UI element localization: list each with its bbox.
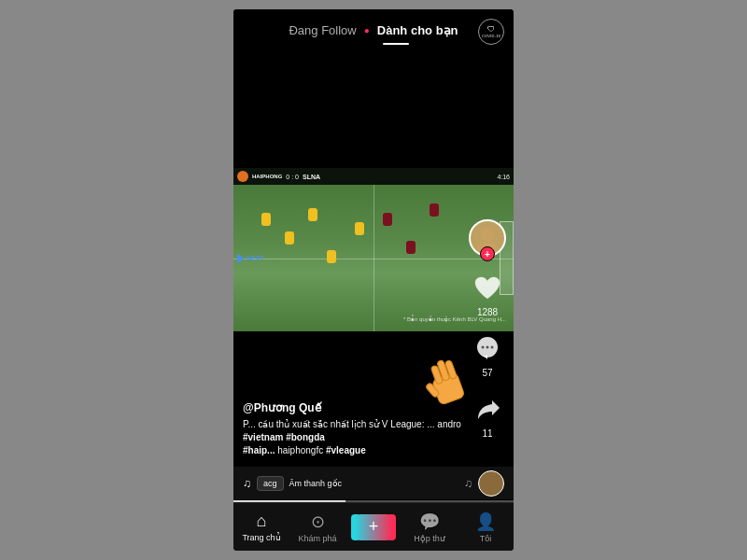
comment-button[interactable] [471, 332, 504, 366]
add-icon: + [369, 517, 379, 537]
music-at-icon: ♫ [464, 477, 472, 490]
comment-action[interactable]: 57 [471, 332, 504, 378]
music-title: Âm thanh gốc [289, 479, 458, 488]
nav-dot-icon: ● [364, 25, 370, 35]
nav-item-inbox[interactable]: 💬 Hộp thư [402, 511, 458, 543]
bottom-nav: ⌂ Trang chủ ⊙ Khám phá + 💬 Hộp thư 👤 Tôi [233, 502, 514, 551]
music-avatar[interactable] [478, 470, 504, 497]
nav-item-add[interactable]: + [345, 514, 402, 540]
music-bar[interactable]: ♫ acg Âm thanh gốc ♫ [233, 467, 514, 499]
player-4 [327, 250, 336, 263]
share-button[interactable] [471, 393, 504, 427]
explore-label: Khám phá [298, 534, 336, 543]
svg-point-5 [491, 346, 494, 349]
inbox-label: Hộp thư [414, 534, 445, 543]
svg-point-3 [482, 346, 485, 349]
match-time: 4:16 [497, 174, 510, 180]
like-button[interactable] [471, 272, 504, 305]
next-text: NEXT [247, 255, 264, 261]
music-note-icon: ♫ [243, 477, 251, 490]
profile-label: Tôi [480, 534, 492, 543]
hashtag-vleague[interactable]: #vleague [326, 445, 366, 455]
player-8 [430, 203, 439, 217]
phone-container: Đang Follow ● Dành cho bạn 🛡 COVID-19 HA… [233, 9, 514, 551]
shield-icon: 🛡 [487, 26, 495, 34]
field-center-circle [374, 185, 374, 331]
home-team-logo [237, 171, 248, 182]
hashtag-haip[interactable]: #haip... [243, 445, 275, 455]
explore-icon: ⊙ [311, 511, 325, 532]
home-team-name: HAIPHONG [252, 174, 282, 179]
right-actions: + 1288 57 [469, 219, 506, 439]
creator-avatar[interactable]: + [469, 219, 506, 257]
svg-point-0 [481, 228, 494, 241]
away-team-name: SLNA [303, 174, 320, 180]
share-count: 11 [482, 428, 492, 439]
music-box-text: acg [263, 479, 277, 488]
desc-text: P... cầu thủ xuất sắc nhất lịch sử V Lea… [243, 419, 461, 429]
nav-item-profile[interactable]: 👤 Tôi [458, 511, 514, 543]
nav-item-home[interactable]: ⌂ Trang chủ [233, 511, 289, 542]
player-3 [308, 208, 317, 221]
video-content: @Phương Quế P... cầu thủ xuất sắc nhất l… [243, 401, 462, 457]
next-arrow-icon [237, 254, 245, 263]
player-2 [285, 231, 294, 245]
like-action[interactable]: 1288 [471, 272, 504, 317]
covid-badge[interactable]: 🛡 COVID-19 [478, 19, 504, 45]
score-display: 0 : 0 [286, 174, 299, 180]
music-label-box: acg [257, 476, 284, 491]
home-label: Trang chủ [242, 533, 280, 542]
nav-for-you-tab[interactable]: Dành cho bạn [377, 23, 458, 37]
add-button[interactable]: + [355, 514, 392, 540]
hashtag-bongda[interactable]: #bongda [286, 432, 325, 442]
svg-point-4 [486, 346, 489, 349]
profile-icon: 👤 [475, 511, 496, 532]
player-7 [406, 241, 416, 254]
comment-count: 57 [482, 368, 492, 378]
player-5 [355, 222, 364, 235]
covid-label: COVID-19 [482, 34, 500, 38]
creator-username[interactable]: @Phương Quế [243, 401, 462, 414]
video-description: P... cầu thủ xuất sắc nhất lịch sử V Lea… [243, 418, 462, 457]
share-action[interactable]: 11 [471, 393, 504, 439]
nav-indicator [383, 43, 409, 45]
inbox-icon: 💬 [419, 511, 440, 532]
home-icon: ⌂ [257, 511, 267, 531]
like-count: 1288 [477, 307, 498, 317]
desc-club: haiphongfc [277, 445, 326, 455]
hashtag-vietnam[interactable]: #vietnam [243, 432, 283, 442]
nav-item-explore[interactable]: ⊙ Khám phá [289, 511, 345, 543]
scoreboard: HAIPHONG 0 : 0 SLNA 4:16 [233, 168, 514, 185]
nav-following-tab[interactable]: Đang Follow [289, 23, 356, 37]
player-1 [261, 213, 271, 226]
top-nav: Đang Follow ● Dành cho bạn 🛡 COVID-19 [233, 9, 514, 50]
next-label[interactable]: NEXT [237, 254, 264, 263]
player-6 [383, 213, 392, 226]
follow-plus-icon[interactable]: + [480, 246, 495, 261]
music-title-text: Âm thanh gốc [289, 479, 343, 488]
